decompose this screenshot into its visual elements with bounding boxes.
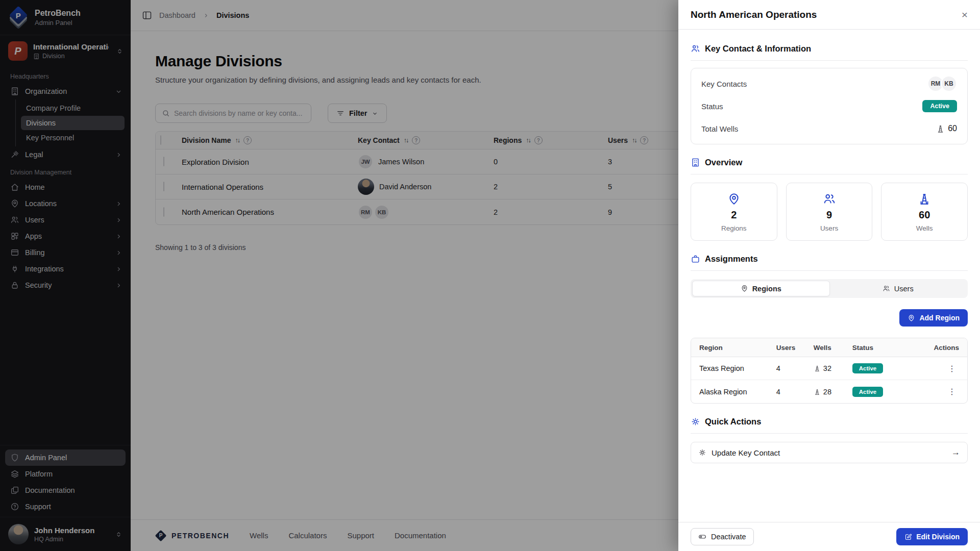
status-badge: Active bbox=[852, 387, 884, 397]
edit-pencil-icon bbox=[904, 533, 912, 541]
stat-card-regions: 2 Regions bbox=[691, 183, 777, 241]
users-icon bbox=[691, 44, 700, 54]
key-contact-card: Key Contacts RM KB Status Active Total W… bbox=[691, 68, 968, 144]
division-detail-drawer: North American Operations × Key Contact … bbox=[678, 0, 980, 551]
gear-icon bbox=[698, 448, 706, 457]
toggle-off-icon bbox=[698, 533, 706, 541]
building-icon bbox=[691, 158, 700, 167]
section-heading: Quick Actions bbox=[705, 417, 761, 427]
map-pin-icon bbox=[908, 314, 915, 322]
total-wells-value: 60 bbox=[948, 124, 957, 133]
oil-derrick-icon bbox=[814, 388, 821, 395]
deactivate-button[interactable]: Deactivate bbox=[691, 528, 754, 545]
region-row: Texas Region 4 32 Active ⋮ bbox=[691, 357, 967, 380]
drawer-header: North American Operations × bbox=[678, 0, 980, 30]
assignments-section: Assignments Regions Users bbox=[691, 254, 968, 404]
users-icon bbox=[883, 285, 890, 292]
section-heading: Key Contact & Information bbox=[705, 44, 811, 54]
status-badge: Active bbox=[922, 100, 957, 112]
assignments-tabs: Regions Users bbox=[691, 279, 968, 298]
drawer-body: Key Contact & Information Key Contacts R… bbox=[678, 30, 980, 522]
drawer-footer: Deactivate Edit Division bbox=[678, 522, 980, 551]
row-actions-menu-icon[interactable]: ⋮ bbox=[945, 364, 959, 373]
section-heading: Assignments bbox=[705, 254, 758, 264]
section-heading: Overview bbox=[705, 158, 742, 167]
regions-table: Region Users Wells Status Actions Texas … bbox=[691, 338, 968, 404]
quick-actions-section: Quick Actions Update Key Contact → bbox=[691, 417, 968, 463]
add-region-button[interactable]: Add Region bbox=[899, 309, 968, 327]
status-badge: Active bbox=[852, 363, 884, 373]
drawer-title: North American Operations bbox=[691, 9, 817, 20]
oil-derrick-icon bbox=[936, 124, 945, 133]
stat-card-wells: 60 Wells bbox=[881, 183, 968, 241]
app-root: P PetroBench Admin Panel P International… bbox=[0, 0, 980, 551]
briefcase-icon bbox=[691, 254, 700, 264]
tab-users[interactable]: Users bbox=[830, 281, 967, 296]
map-pin-icon bbox=[727, 192, 741, 206]
region-row: Alaska Region 4 28 Active ⋮ bbox=[691, 380, 967, 403]
gear-icon bbox=[691, 417, 700, 427]
update-key-contact-action[interactable]: Update Key Contact → bbox=[691, 442, 968, 463]
oil-derrick-icon bbox=[814, 365, 821, 372]
oil-derrick-icon bbox=[918, 192, 931, 206]
key-contact-section: Key Contact & Information Key Contacts R… bbox=[691, 44, 968, 144]
arrow-right-icon: → bbox=[951, 447, 960, 458]
regions-table-header: Region Users Wells Status Actions bbox=[691, 338, 967, 357]
users-icon bbox=[823, 192, 836, 206]
close-icon[interactable]: × bbox=[962, 9, 968, 20]
edit-division-button[interactable]: Edit Division bbox=[896, 528, 968, 545]
map-pin-icon bbox=[741, 285, 748, 292]
avatar: KB bbox=[941, 76, 957, 92]
row-actions-menu-icon[interactable]: ⋮ bbox=[945, 387, 959, 396]
tab-regions[interactable]: Regions bbox=[692, 281, 830, 296]
stat-card-users: 9 Users bbox=[786, 183, 873, 241]
overview-section: Overview 2 Regions 9 Users bbox=[691, 158, 968, 241]
